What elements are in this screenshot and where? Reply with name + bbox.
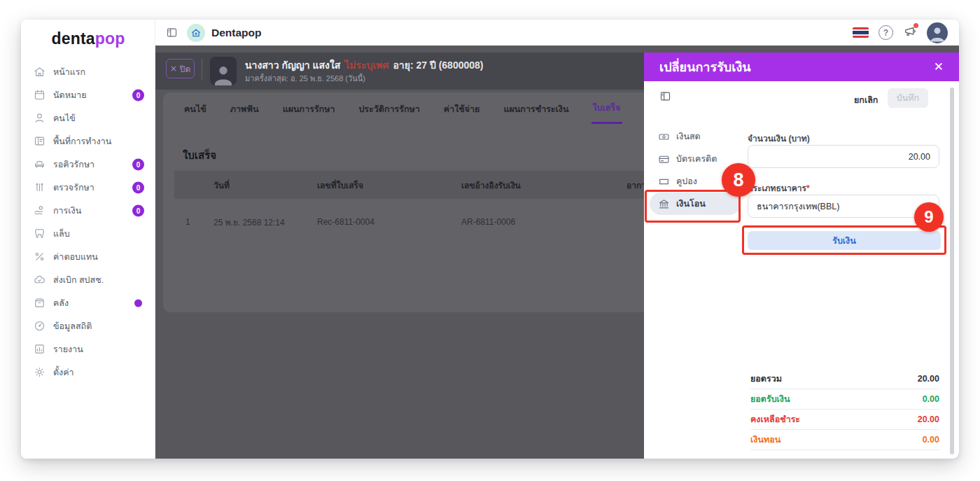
- sidebar-item-label: นัดหมาย: [53, 88, 87, 102]
- patient-gender: ไม่ระบุเพศ: [344, 60, 388, 71]
- sidebar-item-statistics[interactable]: ข้อมูลสถิติ: [21, 314, 155, 337]
- sidebar-item-treatment-queue[interactable]: รอคิวรักษา 0: [21, 153, 155, 176]
- tab-payment-plan[interactable]: แผนการชำระเงิน: [502, 93, 570, 123]
- tab-dental-images[interactable]: ภาพฟัน: [229, 93, 260, 123]
- sidebar-item-label: รอคิวรักษา: [53, 158, 94, 172]
- sidebar-item-label: ส่งเบิก สปสช.: [53, 273, 104, 287]
- money-hand-icon: [34, 204, 46, 216]
- notification-dot: [913, 23, 918, 28]
- page-title: Dentapop: [211, 27, 261, 39]
- summary-row-received: ยอดรับเงิน 0.00: [750, 389, 939, 410]
- app-window: dentapop หน้าแรก นัดหมาย 0 คนไข้ พื้นที่…: [21, 20, 959, 459]
- sidebar-item-settings[interactable]: ตั้งค่า: [21, 361, 155, 384]
- summary-value: 20.00: [918, 414, 939, 424]
- divider: [202, 59, 202, 80]
- sidebar-nav: หน้าแรก นัดหมาย 0 คนไข้ พื้นที่การทำงาน …: [21, 60, 155, 384]
- inventory-box-icon: [34, 297, 46, 309]
- col-ref-no: เลขอ้างอิงรับเงิน: [461, 179, 626, 192]
- summary-label: ยอดรับเงิน: [750, 392, 790, 406]
- bank-select[interactable]: ธนาคารกรุงเทพ(BBL): [748, 195, 939, 218]
- report-chart-icon: [34, 343, 46, 355]
- summary-row-change: เงินทอน 0.00: [750, 430, 939, 450]
- cell-ref-no: AR-6811-0006: [461, 217, 626, 227]
- panel-header: เปลี่ยนการรับเงิน ✕: [644, 53, 959, 81]
- panel-close-icon[interactable]: ✕: [934, 60, 944, 74]
- help-icon[interactable]: ?: [878, 25, 893, 40]
- sidebar-item-label: แล็บ: [53, 227, 70, 241]
- header-actions: ?: [853, 22, 948, 43]
- close-patient-label: ปิด: [180, 62, 190, 76]
- gear-icon: [34, 366, 46, 378]
- sidebar-item-label: ตรวจรักษา: [53, 181, 94, 195]
- annotation-step-9: 9: [914, 202, 944, 232]
- dental-tools-icon: [34, 181, 46, 193]
- method-label: บัตรเครดิต: [676, 152, 717, 166]
- sidebar-item-label: ตั้งค่า: [53, 365, 74, 379]
- receipts-title: ใบเสร็จ: [183, 147, 216, 164]
- sidebar-item-compensation[interactable]: ค่าตอบแทน: [21, 245, 155, 268]
- method-cash[interactable]: เงินสด: [650, 125, 741, 148]
- sidebar-item-lab[interactable]: แล็บ: [21, 222, 155, 245]
- appointments-count-badge: 0: [132, 89, 144, 101]
- cancel-button[interactable]: ยกเลิก: [854, 93, 878, 107]
- sidebar-item-label: รายงาน: [53, 342, 83, 356]
- sidebar-item-claims[interactable]: ส่งเบิก สปสช.: [21, 268, 155, 291]
- sidebar-item-workspace[interactable]: พื้นที่การทำงาน: [21, 130, 155, 153]
- required-asterisk: *: [806, 183, 810, 193]
- save-button[interactable]: บันทึก: [888, 88, 928, 108]
- close-patient-button[interactable]: ปิด: [166, 59, 195, 78]
- tab-treatment-history[interactable]: ประวัติการรักษา: [357, 93, 421, 123]
- tab-receipts[interactable]: ใบเสร็จ: [592, 92, 622, 124]
- panel-scrollbar[interactable]: [950, 88, 954, 454]
- home-tab-icon[interactable]: [187, 24, 205, 42]
- sidebar-item-inventory[interactable]: คลัง: [21, 291, 155, 314]
- tab-expenses[interactable]: ค่าใช้จ่าย: [442, 93, 482, 123]
- app-logo: dentapop: [21, 29, 155, 48]
- change-payment-panel: เปลี่ยนการรับเงิน ✕ ยกเลิก บันทึก เงินสด…: [644, 53, 959, 459]
- patient-age-id: อายุ: 27 ปี (6800008): [393, 60, 483, 71]
- cell-receipt-no: Rec-6811-0004: [317, 217, 461, 227]
- close-icon: [170, 65, 177, 72]
- col-date: วันที่: [214, 179, 317, 192]
- tooth-icon: [34, 228, 46, 239]
- user-avatar[interactable]: [927, 22, 948, 43]
- sidebar-item-label: พื้นที่การทำงาน: [53, 134, 111, 148]
- logo-text-primary: denta: [51, 29, 94, 48]
- panel-title: เปลี่ยนการรับเงิน: [659, 57, 750, 77]
- cash-icon: [658, 131, 670, 143]
- sidebar-item-label: หน้าแรก: [53, 65, 85, 79]
- sidebar-toggle-icon[interactable]: [165, 27, 178, 39]
- queue-count-badge: 0: [132, 158, 144, 170]
- patient-name-line: นางสาว กัญญา แสงใสไม่ระบุเพศอายุ: 27 ปี …: [245, 57, 484, 73]
- sidebar-item-label: ค่าตอบแทน: [53, 250, 98, 264]
- patient-last-visit: มาครั้งล่าสุด: อ. 25 พ.ย. 2568 (วันนี้): [245, 72, 365, 85]
- sidebar-item-label: ข้อมูลสถิติ: [53, 319, 92, 333]
- top-header: Dentapop ?: [155, 20, 959, 46]
- tab-treatment-plan[interactable]: แผนการรักษา: [281, 93, 337, 123]
- sidebar: dentapop หน้าแรก นัดหมาย 0 คนไข้ พื้นที่…: [21, 20, 155, 459]
- home-icon: [34, 66, 46, 78]
- sidebar-item-label: การเงิน: [53, 204, 81, 218]
- tab-patient[interactable]: คนไข้: [183, 93, 208, 123]
- amount-input[interactable]: 20.00: [748, 145, 939, 168]
- bank-type-label: ประเภทธนาคาร*: [748, 181, 810, 195]
- announcements-icon[interactable]: [903, 25, 917, 41]
- amount-label: จำนวนเงิน (บาท): [748, 132, 810, 145]
- annotation-step-8: 8: [722, 163, 755, 197]
- sidebar-item-appointments[interactable]: นัดหมาย 0: [21, 83, 155, 106]
- summary-row-total: ยอดรวม 20.00: [750, 369, 939, 389]
- sidebar-item-patients[interactable]: คนไข้: [21, 106, 155, 130]
- summary-value: 0.00: [923, 394, 939, 404]
- panel-collapse-icon[interactable]: [659, 90, 672, 102]
- sidebar-item-finance[interactable]: การเงิน 0: [21, 199, 155, 222]
- summary-row-remaining: คงเหลือชำระ 20.00: [750, 410, 939, 430]
- language-flag-icon[interactable]: [853, 27, 869, 38]
- sidebar-item-reports[interactable]: รายงาน: [21, 337, 155, 361]
- workspace-icon: [34, 135, 46, 147]
- sidebar-item-home[interactable]: หน้าแรก: [21, 60, 155, 83]
- method-label: เงินสด: [676, 130, 701, 144]
- dental-chair-icon: [34, 158, 46, 170]
- sidebar-item-examination[interactable]: ตรวจรักษา 0: [21, 176, 155, 199]
- credit-card-icon: [658, 153, 670, 165]
- method-label: คูปอง: [676, 174, 697, 188]
